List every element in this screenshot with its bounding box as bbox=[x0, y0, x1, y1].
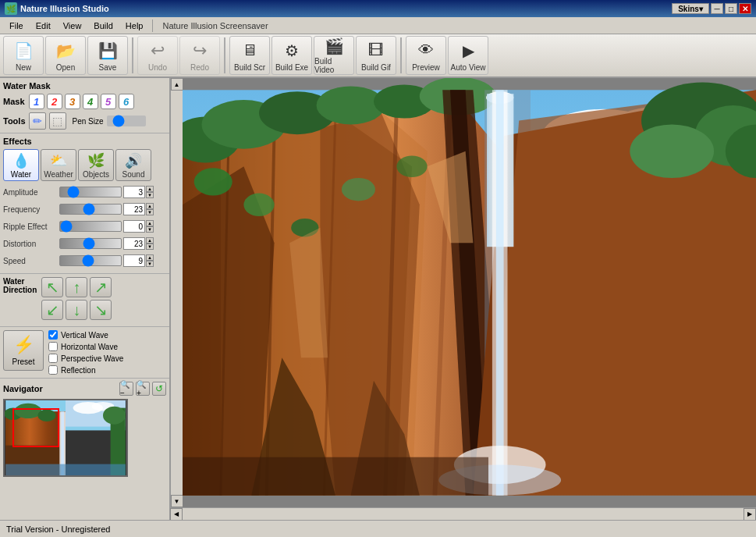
toolbar-new-button[interactable]: 📄 New bbox=[3, 36, 44, 75]
mask-num-2[interactable]: 2 bbox=[47, 94, 62, 109]
preset-button[interactable]: ⚡ Preset bbox=[3, 330, 44, 371]
tab-sound[interactable]: 🔊 Sound bbox=[115, 149, 151, 181]
mask-num-6[interactable]: 6 bbox=[119, 94, 134, 109]
redo-icon: ↪ bbox=[189, 40, 211, 62]
zoom-in-button[interactable]: 🔍+ bbox=[136, 382, 150, 396]
dir-upleft[interactable]: ↖ bbox=[41, 277, 63, 297]
frequency-slider[interactable] bbox=[59, 204, 122, 215]
weather-tab-icon: ⛅ bbox=[50, 152, 67, 169]
skins-button[interactable]: Skins▾ bbox=[672, 3, 709, 14]
horizontal-wave-checkbox[interactable] bbox=[48, 342, 58, 351]
status-text: Trial Version - Unregistered bbox=[6, 525, 110, 534]
title-bar: 🌿 Nature Illusion Studio Skins▾ ─ □ ✕ bbox=[0, 0, 756, 17]
toolbar-build-video-button[interactable]: 🎬 Build Video bbox=[314, 36, 354, 75]
ripple-slider[interactable] bbox=[59, 221, 122, 232]
svg-point-40 bbox=[342, 178, 375, 201]
svg-rect-54 bbox=[496, 90, 504, 495]
checkboxes-column: Vertical Wave Horizontal Wave Perspectiv… bbox=[48, 330, 123, 375]
vertical-wave-checkbox[interactable] bbox=[48, 330, 58, 340]
frequency-row: Frequency ▲ ▼ bbox=[3, 201, 166, 217]
title-controls: Skins▾ ─ □ ✕ bbox=[672, 3, 751, 14]
frequency-down[interactable]: ▼ bbox=[146, 209, 154, 215]
svg-point-50 bbox=[630, 124, 714, 178]
dir-downleft[interactable]: ↙ bbox=[41, 300, 63, 320]
amplitude-down[interactable]: ▼ bbox=[146, 192, 154, 198]
speed-slider[interactable] bbox=[59, 255, 122, 266]
svg-point-13 bbox=[103, 407, 126, 425]
canvas-main: ▲ ▼ bbox=[170, 78, 756, 507]
tab-objects[interactable]: 🌿 Objects bbox=[78, 149, 114, 181]
speed-down[interactable]: ▼ bbox=[146, 261, 154, 267]
ripple-down[interactable]: ▼ bbox=[146, 226, 154, 233]
sound-tab-icon: 🔊 bbox=[125, 152, 142, 169]
minimize-button[interactable]: ─ bbox=[711, 3, 723, 14]
reflection-checkbox[interactable] bbox=[48, 365, 58, 375]
svg-point-41 bbox=[396, 156, 427, 177]
water-direction-label: WaterDirection bbox=[3, 277, 37, 294]
mask-num-4[interactable]: 4 bbox=[83, 94, 98, 109]
horizontal-scrollbar[interactable]: ◀ ▶ bbox=[170, 507, 756, 520]
scroll-up-button[interactable]: ▲ bbox=[171, 78, 183, 91]
canvas-area[interactable] bbox=[183, 78, 756, 507]
pencil-tool-button[interactable]: ✏ bbox=[29, 112, 46, 130]
toolbar-undo-button[interactable]: ↩ Undo bbox=[137, 36, 178, 75]
toolbar-auto-view-button[interactable]: ▶ Auto View bbox=[448, 36, 488, 75]
perspective-wave-checkbox[interactable] bbox=[48, 354, 58, 363]
menu-help[interactable]: Help bbox=[119, 20, 150, 32]
mask-num-5[interactable]: 5 bbox=[101, 94, 116, 109]
menu-file[interactable]: File bbox=[3, 20, 30, 32]
ripple-value[interactable] bbox=[123, 220, 145, 233]
preset-label: Preset bbox=[12, 357, 35, 366]
perspective-wave-row: Perspective Wave bbox=[48, 354, 123, 363]
toolbar-open-button[interactable]: 📂 Open bbox=[45, 36, 86, 75]
objects-tab-icon: 🌿 bbox=[87, 152, 105, 169]
scroll-left-button[interactable]: ◀ bbox=[170, 508, 183, 521]
distortion-up[interactable]: ▲ bbox=[146, 237, 154, 244]
toolbar-preview-button[interactable]: 👁 Preview bbox=[406, 36, 446, 75]
distortion-value[interactable] bbox=[123, 237, 145, 250]
amplitude-spinner: ▲ ▼ bbox=[146, 186, 154, 198]
mask-num-3[interactable]: 3 bbox=[65, 94, 80, 109]
undo-icon: ↩ bbox=[147, 40, 169, 62]
open-icon: 📂 bbox=[55, 40, 76, 62]
amplitude-value[interactable] bbox=[123, 186, 145, 198]
svg-point-38 bbox=[243, 194, 274, 216]
distortion-slider[interactable] bbox=[59, 238, 122, 249]
scroll-down-button[interactable]: ▼ bbox=[171, 495, 183, 507]
eraser-tool-button[interactable]: ⬚ bbox=[49, 112, 66, 130]
maximize-button[interactable]: □ bbox=[725, 3, 737, 14]
close-button[interactable]: ✕ bbox=[739, 3, 751, 14]
svg-point-37 bbox=[194, 168, 232, 195]
toolbar-build-gif-button[interactable]: 🎞 Build Gif bbox=[356, 36, 396, 75]
menu-edit[interactable]: Edit bbox=[30, 20, 57, 32]
speed-up[interactable]: ▲ bbox=[146, 254, 154, 261]
dir-up[interactable]: ↑ bbox=[66, 277, 87, 297]
toolbar-build-scr-button[interactable]: 🖥 Build Scr bbox=[229, 36, 270, 75]
distortion-down[interactable]: ▼ bbox=[146, 244, 154, 250]
menu-build[interactable]: Build bbox=[87, 20, 119, 32]
ripple-up[interactable]: ▲ bbox=[146, 220, 154, 226]
frequency-spinner: ▲ ▼ bbox=[146, 203, 154, 215]
tab-water[interactable]: 💧 Water bbox=[3, 149, 39, 181]
navigator-preview[interactable] bbox=[3, 399, 128, 477]
scroll-right-button[interactable]: ▶ bbox=[744, 508, 756, 521]
vertical-scrollbar[interactable]: ▲ ▼ bbox=[170, 78, 183, 507]
dir-upright[interactable]: ↗ bbox=[90, 277, 112, 297]
mask-num-1[interactable]: 1 bbox=[29, 94, 44, 109]
amplitude-slider[interactable] bbox=[59, 187, 122, 197]
frequency-value[interactable] bbox=[123, 203, 145, 215]
toolbar-save-button[interactable]: 💾 Save bbox=[87, 36, 128, 75]
dir-down[interactable]: ↓ bbox=[66, 300, 87, 320]
zoom-out-button[interactable]: 🔍− bbox=[119, 382, 133, 396]
toolbar-redo-button[interactable]: ↪ Redo bbox=[179, 36, 220, 75]
amplitude-up[interactable]: ▲ bbox=[146, 186, 154, 192]
speed-value[interactable] bbox=[123, 254, 145, 267]
pen-size-slider[interactable] bbox=[107, 116, 146, 126]
menu-view[interactable]: View bbox=[57, 20, 88, 32]
toolbar-build-exe-button[interactable]: ⚙ Build Exe bbox=[272, 36, 312, 75]
dir-downright[interactable]: ↘ bbox=[90, 300, 112, 320]
tab-weather[interactable]: ⛅ Weather bbox=[41, 149, 76, 181]
frequency-up[interactable]: ▲ bbox=[146, 203, 154, 209]
refresh-button[interactable]: ↺ bbox=[152, 382, 166, 396]
auto-view-icon: ▶ bbox=[457, 40, 479, 62]
